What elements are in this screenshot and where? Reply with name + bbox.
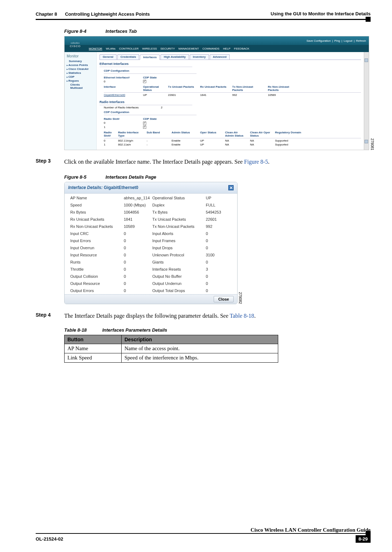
dialog-value: 0: [206, 274, 231, 278]
radio2-col-regdomain: Regulatory Domain: [275, 131, 307, 137]
radio-col-cdpstate: CDP State: [143, 117, 168, 121]
radio2-0-reg: Supported: [275, 139, 307, 142]
dialog-value: 1000 (Mbps): [124, 203, 152, 207]
eth-col-iface: Ethernet Interface#: [104, 76, 143, 79]
scroll-thumb-bottom[interactable]: [365, 140, 368, 143]
dialog-value: UP: [206, 196, 231, 200]
menu-help[interactable]: HELP: [223, 47, 230, 50]
eth-section-title: Ethernet Interfaces: [100, 62, 192, 67]
xref-table-8-18[interactable]: Table 8-18: [230, 313, 254, 319]
scroll-thumb-top[interactable]: [365, 58, 368, 62]
figure-8-5-dialog: Interface Details: GigabitEthernet0 ✕ AP…: [64, 182, 238, 304]
footer-page-number: 8-29: [356, 535, 371, 543]
dialog-label: Output Total Drops: [152, 288, 206, 293]
th-button: Button: [65, 335, 122, 344]
dialog-value: 0: [206, 281, 231, 286]
sidebar-item-multicast[interactable]: Multicast: [70, 86, 94, 90]
dialog-label: Output Underrun: [152, 281, 206, 286]
tab-advanced[interactable]: Advanced: [210, 54, 230, 60]
sidebar-item-rogues[interactable]: Rogues: [67, 79, 94, 82]
tab-credentials[interactable]: Credentials: [117, 54, 139, 60]
eth-col-cdpstate: CDP State: [143, 76, 168, 79]
menu-wireless[interactable]: WIRELESS: [142, 47, 157, 50]
cisco-top-bar: Save Configuration | Ping | Logout | Ref…: [65, 36, 369, 45]
dialog-value: 0: [206, 260, 231, 264]
sidebar-item-summary[interactable]: Summary: [69, 60, 94, 63]
figure-8-4-screenshot: Save Configuration | Ping | Logout | Ref…: [64, 36, 369, 150]
scrollbar[interactable]: [364, 52, 369, 150]
dialog-value: 0: [124, 274, 152, 278]
radio2-1-type: 802.11a/n: [118, 143, 147, 146]
top-link-logout[interactable]: Logout: [343, 39, 352, 42]
dialog-value: 0: [124, 246, 152, 250]
radio2-1-caoper: NA: [250, 143, 275, 146]
top-link-saveconfig[interactable]: Save Configuration: [306, 39, 331, 42]
eth-cdp-checkbox-0[interactable]: [143, 80, 146, 83]
eth-interface-link[interactable]: GigabitEthernet0: [104, 93, 143, 97]
dialog-label: Input Overrun: [70, 246, 124, 250]
cdp-config-label: CDP Configuration: [104, 69, 197, 74]
figure-8-4-id: 279081: [370, 138, 374, 150]
step-4-text: The Interface Details page displays the …: [64, 312, 256, 320]
dialog-value: 0: [124, 260, 152, 264]
figure-8-4-label: Figure 8-4: [64, 29, 86, 34]
sidebar-item-statistics[interactable]: Statistics: [67, 71, 94, 75]
top-link-refresh[interactable]: Refresh: [356, 39, 366, 42]
td-button: Link Speed: [65, 353, 122, 363]
dialog-value: 0: [124, 281, 152, 286]
eth-col-operstatus: Operational Status: [143, 85, 168, 92]
radio2-col-caoper: Clean-Air Oper Status: [250, 131, 275, 137]
menu-wlans[interactable]: WLANs: [106, 47, 116, 50]
dialog-value: 3100: [206, 253, 231, 257]
close-button[interactable]: Close: [214, 296, 234, 302]
dialog-label: AP Name: [70, 196, 124, 200]
dialog-label: Input Resource: [70, 253, 124, 257]
table-8-18: Button Description AP Name Name of the a…: [64, 335, 278, 363]
eth-col-txunicast: Tx Unicast Packets: [168, 85, 200, 92]
close-icon[interactable]: ✕: [228, 185, 234, 190]
figure-8-4-title: Interfaces Tab: [106, 29, 137, 34]
eth-txn-val: 992: [232, 93, 268, 97]
radio2-col-subband: Sub Band: [147, 131, 172, 137]
menu-monitor[interactable]: MONITOR: [89, 47, 102, 50]
step-3-label: Step 3: [36, 158, 64, 166]
tab-interfaces[interactable]: Interfaces: [140, 55, 160, 60]
figure-8-5-title: Interfaces Details Page: [106, 174, 156, 180]
dialog-label: Throttle: [70, 267, 124, 271]
menu-management[interactable]: MANAGEMENT: [178, 47, 199, 50]
eth-iface-0: 0: [104, 80, 143, 83]
dialog-label: Tx Unicast Packets: [152, 217, 206, 221]
step-4-label: Step 4: [36, 312, 64, 320]
tab-general[interactable]: General: [100, 54, 117, 60]
menu-feedback[interactable]: FEEDBACK: [234, 47, 249, 50]
dialog-label: Input Errors: [70, 239, 124, 243]
tab-high-availability[interactable]: High Availability: [161, 54, 189, 60]
dialog-value: FULL: [206, 203, 231, 207]
dialog-label: Input Aborts: [152, 231, 206, 236]
sidebar-item-cdp[interactable]: CDP: [67, 75, 94, 78]
menu-commands[interactable]: COMMANDS: [203, 47, 220, 50]
top-link-ping[interactable]: Ping: [334, 39, 340, 42]
radio2-col-slot: Radio Slot#: [104, 131, 118, 137]
dialog-value: 0: [124, 253, 152, 257]
radio2-0-type: 802.11b/g/n: [118, 139, 147, 142]
radio-cdp-checkbox-1[interactable]: [143, 126, 146, 129]
menu-security[interactable]: SECURITY: [161, 47, 175, 50]
dialog-label: Input Frames: [152, 239, 206, 243]
sidebar-item-clients[interactable]: Clients: [70, 83, 94, 86]
xref-figure-8-5[interactable]: Figure 8-5: [244, 159, 268, 165]
radio-cdp-checkbox-0[interactable]: [143, 122, 146, 125]
tab-inventory[interactable]: Inventory: [190, 54, 209, 60]
dialog-value: abhes_ap_114: [124, 196, 152, 200]
dialog-label: Speed: [70, 203, 124, 207]
radio2-0-caoper: NA: [250, 139, 275, 142]
dialog-interface-name: GigabitEthernet0: [104, 185, 138, 190]
th-description: Description: [122, 335, 278, 344]
menu-controller[interactable]: CONTROLLER: [119, 47, 139, 50]
sidebar-item-cleanair[interactable]: Cisco CleanAir: [67, 67, 94, 71]
dialog-label: Input Drops: [152, 246, 206, 250]
sidebar-item-accesspoints[interactable]: Access Points: [67, 63, 94, 67]
dialog-label: Runts: [70, 260, 124, 264]
dialog-label: Tx Non-Unicast Packets: [152, 224, 206, 229]
eth-txu-val: 22601: [168, 93, 200, 97]
